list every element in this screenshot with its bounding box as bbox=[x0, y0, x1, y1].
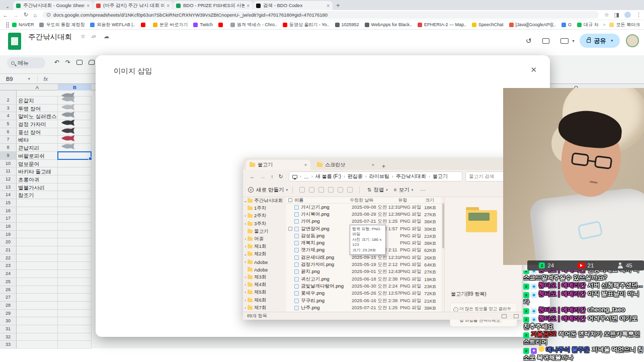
tab-close-icon[interactable]: × bbox=[167, 3, 170, 9]
rename-icon[interactable] bbox=[328, 187, 334, 193]
file-row[interactable]: 꽃새우.png 2025-05-26 오전 12:57 PNG 파일 72KB bbox=[286, 290, 441, 297]
tree-expand-icon[interactable]: › bbox=[243, 306, 248, 310]
account-avatar[interactable] bbox=[626, 34, 639, 47]
up-icon[interactable]: ↑ bbox=[271, 173, 274, 179]
tree-item[interactable]: › Adobe bbox=[243, 258, 286, 266]
breadcrumb-item[interactable]: › 편집중 bbox=[341, 173, 363, 180]
bookmark-item[interactable]: SpeechChat bbox=[472, 22, 504, 28]
bookmark-item[interactable]: 본문 바로가기 bbox=[153, 22, 188, 28]
new-tab-button[interactable]: + bbox=[336, 2, 340, 9]
history-icon[interactable]: ↺ bbox=[526, 37, 532, 45]
tree-expand-icon[interactable]: › bbox=[243, 244, 248, 249]
breadcrumb-item[interactable]: › … bbox=[297, 173, 309, 180]
apps-grid-icon[interactable]: ⣿ bbox=[6, 22, 10, 28]
tree-expand-icon[interactable]: › bbox=[243, 275, 248, 280]
tree-item[interactable]: 물고기 bbox=[243, 228, 286, 235]
tree-item[interactable]: 1주차 bbox=[243, 205, 286, 212]
large-icons-view-icon[interactable] bbox=[514, 314, 519, 318]
copy-icon[interactable] bbox=[309, 187, 314, 193]
file-row[interactable]: 귀신고기.png 2025-06-18 오전 2:38 PNG 파일 19KB bbox=[286, 276, 441, 283]
file-checkbox[interactable] bbox=[288, 227, 292, 231]
tree-expand-icon[interactable]: › bbox=[243, 260, 248, 264]
forward-icon[interactable]: → bbox=[13, 12, 19, 18]
file-row[interactable]: 가시복어.png 2025-08-29 오전 12:36 PNG 파일 27KB bbox=[286, 211, 441, 218]
menu-item[interactable] bbox=[33, 44, 40, 46]
tree-expand-icon[interactable]: › bbox=[243, 222, 248, 226]
col-date[interactable]: 수정한 날짜 bbox=[350, 197, 398, 204]
meet-camera-icon[interactable] bbox=[560, 38, 569, 44]
tab-close-icon[interactable]: × bbox=[327, 3, 330, 9]
browser-profile-avatar[interactable] bbox=[624, 12, 631, 18]
breadcrumb-item[interactable]: › 물고기 bbox=[426, 173, 448, 180]
explorer-tab[interactable]: 스크린샷 × bbox=[313, 160, 378, 170]
tab-close-icon[interactable]: × bbox=[372, 162, 374, 167]
bookmark-item[interactable] bbox=[218, 22, 225, 28]
file-row[interactable]: 검은새다래.png 2025-09-15 오전 12:31 PNG 파일 26K… bbox=[286, 254, 441, 261]
file-row[interactable]: 가어.png 2025-07-21 오전 1:25 PNG 파일 36KB bbox=[286, 218, 441, 225]
refresh-icon[interactable]: ↻ bbox=[279, 173, 283, 180]
new-button[interactable]: + 새로 만들기 ▾ bbox=[248, 187, 288, 194]
tab-close-icon[interactable]: × bbox=[304, 162, 307, 167]
paste-icon[interactable] bbox=[318, 187, 324, 193]
bookmark-item[interactable]: NAVER bbox=[12, 22, 34, 28]
extensions-icon[interactable]: ◨ bbox=[614, 12, 619, 18]
bookmark-item[interactable]: 동영상 올리기 - Yo.. bbox=[283, 22, 330, 28]
menu-item[interactable] bbox=[75, 44, 83, 46]
tree-item[interactable]: › 제1회 bbox=[243, 243, 286, 250]
details-view-icon[interactable] bbox=[502, 314, 507, 318]
back-icon[interactable]: ← bbox=[250, 173, 255, 179]
file-row[interactable]: 꽁치.png 2025-09-01 오전 12:43 PNG 파일 27KB bbox=[286, 268, 441, 276]
file-row[interactable]: 금빛날개다랑어.png 2025-06-30 오전 2:24 PNG 파일 23… bbox=[286, 283, 441, 290]
bookmark-star-icon[interactable]: ☆ bbox=[604, 12, 609, 18]
breadcrumb-item[interactable]: › 새 볼륨 (F:) bbox=[309, 173, 341, 180]
tree-item[interactable]: ⌄ 주간낚시대회 bbox=[243, 197, 286, 205]
menu-item[interactable] bbox=[26, 44, 33, 46]
site-info-icon[interactable]: ⊙ bbox=[46, 12, 51, 18]
bookmark-item[interactable]: Twitch bbox=[193, 22, 213, 28]
tree-item[interactable]: › 제4회 bbox=[243, 281, 286, 289]
col-type[interactable]: 유형 bbox=[398, 197, 422, 204]
menu-item[interactable] bbox=[54, 44, 61, 46]
file-row[interactable]: 가시고기.png 2025-09-08 오전 12:31 PNG 파일 18KB bbox=[286, 204, 441, 211]
bookmark-item[interactable] bbox=[141, 22, 147, 28]
tree-item[interactable]: › 2주차 bbox=[243, 212, 286, 220]
file-row[interactable]: 난주.png 2025-07-21 오전 1:25 PNG 파일 39KB bbox=[286, 304, 441, 311]
tree-item[interactable]: › 제6회 bbox=[243, 296, 286, 304]
tree-item[interactable]: Adobe bbox=[243, 266, 286, 274]
move-folder-icon[interactable]: ▱ bbox=[92, 33, 96, 40]
cut-icon[interactable] bbox=[299, 187, 305, 193]
browser-tab[interactable]: (마주 감지) 주간 낚시 대회 미.. × bbox=[93, 1, 173, 10]
star-icon[interactable]: ☆ bbox=[80, 33, 86, 40]
browser-menu-icon[interactable]: ⋮ bbox=[636, 12, 641, 18]
bookmark-item[interactable]: EPHERIA-2 — Map.. bbox=[418, 22, 466, 28]
tree-expand-icon[interactable]: ⌄ bbox=[243, 252, 248, 256]
menu-item[interactable] bbox=[40, 44, 47, 46]
browser-tab[interactable]: 주간낚시대회 - Google Sheets × bbox=[13, 1, 93, 10]
bookmark-item[interactable]: 우도의 통합 계정창 bbox=[39, 22, 85, 28]
breadcrumb-item[interactable]: › 라이브팀 bbox=[363, 173, 389, 180]
col-name[interactable]: 이름 bbox=[294, 197, 350, 204]
tree-expand-icon[interactable]: › bbox=[243, 298, 248, 303]
bookmark-item[interactable]: 대규 차어종 공식.. bbox=[577, 22, 599, 28]
tree-expand-icon[interactable]: › bbox=[243, 237, 248, 241]
tab-close-icon[interactable]: × bbox=[247, 3, 250, 9]
bookmark-item[interactable]: [Java][GoogleAPI](.. bbox=[509, 22, 556, 28]
tree-item[interactable]: › 어종 bbox=[243, 235, 286, 243]
tree-item[interactable]: ⌄ 제2회 bbox=[243, 250, 286, 258]
forward-icon[interactable]: → bbox=[260, 173, 266, 179]
reload-icon[interactable]: ↻ bbox=[24, 12, 28, 18]
sort-button[interactable]: ⇅정렬▾ bbox=[367, 187, 388, 194]
tab-close-icon[interactable]: × bbox=[87, 3, 90, 9]
share-button[interactable]: 공유 ▾ bbox=[580, 34, 620, 48]
doc-title[interactable]: 주간낚시대회 bbox=[28, 32, 72, 42]
select-all-checkbox[interactable] bbox=[288, 198, 292, 202]
delete-icon[interactable] bbox=[347, 187, 353, 193]
tree-expand-icon[interactable]: › bbox=[243, 283, 248, 287]
breadcrumb[interactable]: › … › 새 볼륨 (F:) › 편집중 › 라이브팀 › bbox=[289, 171, 462, 182]
all-bookmarks-button[interactable]: 모든 북마크 bbox=[609, 22, 640, 28]
browser-tab[interactable]: BDO - PRIZE FISHES의 사본 × bbox=[173, 1, 253, 10]
bookmark-item[interactable]: 원격 액세스 - Chro.. bbox=[230, 22, 277, 28]
menu-item[interactable] bbox=[68, 44, 75, 46]
browser-tab[interactable]: 검색 - BDO Codex × bbox=[253, 1, 333, 10]
bookmark-item[interactable]: 1025952 bbox=[335, 22, 359, 28]
